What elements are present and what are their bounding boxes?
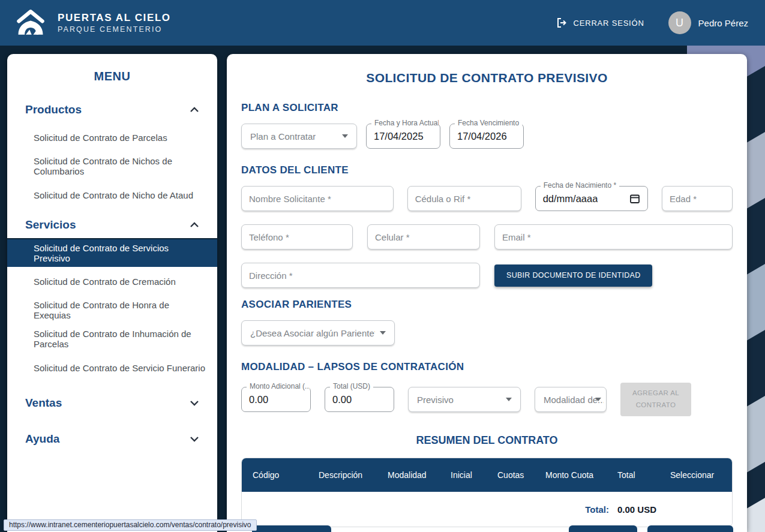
chevron-up-icon bbox=[190, 222, 199, 228]
sidebar-section-ventas[interactable]: Ventas bbox=[7, 388, 217, 418]
sidebar-section-ayuda[interactable]: Ayuda bbox=[7, 424, 217, 454]
nombre-solicitante-input[interactable] bbox=[241, 186, 394, 211]
avatar: U bbox=[668, 11, 691, 34]
field-label: Monto Adicional (... bbox=[247, 382, 310, 390]
page-title: SOLICITUD DE CONTRATO PREVISIVO bbox=[241, 71, 733, 85]
sidebar-item-servicios-previsivo[interactable]: Solicitud de Contrato de Servicios Previ… bbox=[7, 238, 217, 267]
total-value: 0.00 USD bbox=[617, 504, 670, 515]
brand-text: PUERTAS AL CIELO PARQUE CEMENTERIO bbox=[58, 12, 171, 34]
section-label: Ventas bbox=[25, 396, 62, 410]
column-header: Cuotas bbox=[497, 470, 545, 480]
field-label: Fecha de Nacimiento * bbox=[541, 181, 619, 190]
resumen-heading: RESUMEN DEL CONTRATO bbox=[241, 434, 733, 447]
previsivo-select[interactable]: Previsivo bbox=[408, 387, 521, 412]
cliente-heading: DATOS DEL CLIENTE bbox=[241, 164, 733, 176]
monto-adicional-field[interactable]: Monto Adicional (... 0.00 bbox=[241, 387, 311, 412]
caret-down-icon bbox=[506, 398, 512, 401]
field-label: Fecha y Hora Actual bbox=[371, 119, 439, 127]
sidebar-item-parcelas[interactable]: Solicitud de Contrato de Parcelas bbox=[7, 123, 217, 152]
brand-subtitle: PARQUE CEMENTERIO bbox=[58, 25, 171, 34]
parientes-heading: ASOCIAR PARIENTES bbox=[241, 299, 733, 311]
field-value: 17/04/2025 bbox=[374, 131, 424, 142]
sidebar-title: MENU bbox=[7, 70, 217, 83]
bottom-action-button-right[interactable] bbox=[647, 525, 733, 532]
field-value: 17/04/2026 bbox=[457, 131, 509, 142]
sidebar-item-nicho-ataud[interactable]: Solicitud de Contrato de Nicho de Ataud bbox=[7, 181, 217, 209]
main-content: SOLICITUD DE CONTRATO PREVISIVO PLAN A S… bbox=[227, 54, 747, 532]
column-header: Inicial bbox=[451, 470, 497, 480]
email-input[interactable] bbox=[494, 224, 733, 250]
field-value: 0.00 bbox=[332, 394, 352, 405]
select-value: ¿Desea Asociar algún Pariente? bbox=[250, 328, 375, 338]
celular-input[interactable] bbox=[367, 224, 480, 250]
column-header: Total bbox=[617, 470, 670, 480]
logo-icon bbox=[13, 8, 48, 38]
logout-label: CERRAR SESIÓN bbox=[574, 19, 644, 28]
sidebar-item-servicio-funerario[interactable]: Solicitud de Contrato de Servicio Funera… bbox=[7, 353, 217, 382]
caret-down-icon bbox=[595, 398, 601, 401]
contract-summary-table: Código Descripción Modalidad Inicial Cuo… bbox=[241, 458, 733, 527]
direccion-input[interactable] bbox=[241, 263, 480, 288]
total-label: Total: bbox=[585, 504, 617, 515]
bottom-action-button-left[interactable] bbox=[252, 525, 331, 532]
user-name: Pedro Pérez bbox=[698, 18, 748, 28]
brand-title: PUERTAS AL CIELO bbox=[58, 12, 171, 24]
plan-contratar-select[interactable]: Plan a Contratar bbox=[241, 124, 357, 149]
select-value: Plan a Contratar bbox=[250, 131, 316, 142]
logout-button[interactable]: CERRAR SESIÓN bbox=[556, 17, 644, 29]
bottom-action-button-middle[interactable] bbox=[569, 525, 637, 532]
field-label: Total (USD) bbox=[330, 382, 373, 390]
cedula-rif-input[interactable] bbox=[407, 186, 521, 211]
modalidad-heading: MODALIDAD – LAPSOS DE CONTRATACIÓN bbox=[241, 361, 733, 373]
agregar-contrato-button[interactable]: AGREGAR AL CONTRATO bbox=[620, 383, 691, 416]
field-value: dd/mm/aaaa bbox=[543, 193, 598, 205]
asociar-pariente-select[interactable]: ¿Desea Asociar algún Pariente? bbox=[241, 320, 395, 345]
sidebar-item-inhumacion-parcelas[interactable]: Solicitud de Contrato de Inhumación de P… bbox=[7, 324, 217, 353]
sidebar-section-productos[interactable]: Productos bbox=[7, 97, 217, 123]
field-value: 0.00 bbox=[249, 394, 268, 405]
chevron-down-icon bbox=[190, 436, 199, 442]
table-total-row: Total: 0.00 USD bbox=[242, 492, 732, 527]
plan-heading: PLAN A SOLICITAR bbox=[241, 102, 733, 114]
sidebar-item-nichos-columbarios[interactable]: Solicitud de Contrato de Nichos de Colum… bbox=[7, 152, 217, 181]
caret-down-icon bbox=[380, 331, 386, 335]
column-header: Monto Cuota bbox=[545, 470, 617, 480]
fecha-vencimiento-field[interactable]: Fecha Vencimiento 17/04/2026 bbox=[449, 124, 524, 149]
calendar-icon[interactable] bbox=[629, 193, 640, 204]
column-header: Código bbox=[253, 470, 319, 480]
table-header-row: Código Descripción Modalidad Inicial Cuo… bbox=[242, 458, 732, 492]
column-header: Descripción bbox=[319, 470, 388, 480]
fecha-nacimiento-field[interactable]: Fecha de Nacimiento * dd/mm/aaaa bbox=[535, 186, 648, 211]
column-header: Seleccionar bbox=[670, 470, 732, 480]
chevron-up-icon bbox=[190, 107, 199, 113]
telefono-input[interactable] bbox=[241, 224, 353, 250]
select-value: Modalidad de... bbox=[544, 395, 604, 405]
sidebar-item-cremacion[interactable]: Solicitud de Contrato de Cremación bbox=[7, 267, 217, 296]
fecha-actual-field[interactable]: Fecha y Hora Actual 17/04/2025 bbox=[366, 124, 440, 149]
edad-input[interactable] bbox=[662, 186, 733, 211]
section-label: Servicios bbox=[25, 218, 76, 232]
link-preview-statusbar: https://www.intranet.cementeriopuertasal… bbox=[4, 519, 257, 531]
brand: PUERTAS AL CIELO PARQUE CEMENTERIO bbox=[13, 8, 171, 38]
select-value: Previsivo bbox=[417, 395, 454, 405]
total-usd-field[interactable]: Total (USD) 0.00 bbox=[325, 387, 394, 412]
logout-icon bbox=[556, 17, 568, 29]
sidebar-item-honra-exequias[interactable]: Solicitud de Contrato de Honra de Exequi… bbox=[7, 296, 217, 324]
sidebar: MENU Productos Solicitud de Contrato de … bbox=[7, 54, 217, 532]
section-label: Productos bbox=[25, 103, 82, 116]
sidebar-section-servicios[interactable]: Servicios bbox=[7, 212, 217, 238]
modalidad-select[interactable]: Modalidad de... bbox=[535, 387, 607, 412]
user-menu[interactable]: U Pedro Pérez bbox=[668, 11, 748, 34]
subir-documento-button[interactable]: SUBIR DOCUMENTO DE IDENTIDAD bbox=[494, 265, 652, 287]
column-header: Modalidad bbox=[388, 470, 451, 480]
app-header: PUERTAS AL CIELO PARQUE CEMENTERIO CERRA… bbox=[0, 0, 765, 46]
chevron-down-icon bbox=[190, 400, 199, 406]
caret-down-icon bbox=[342, 134, 348, 138]
field-label: Fecha Vencimiento bbox=[455, 119, 522, 127]
section-label: Ayuda bbox=[25, 432, 59, 446]
